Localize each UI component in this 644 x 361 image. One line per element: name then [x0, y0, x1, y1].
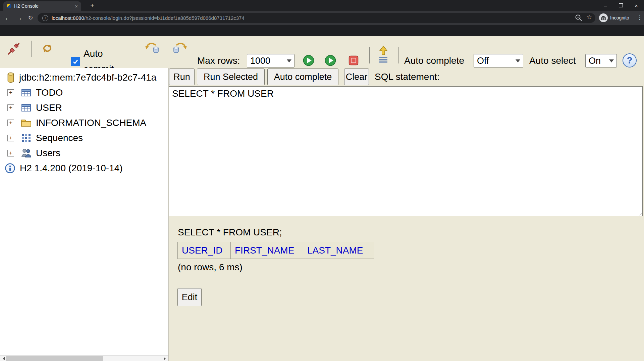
- zoom-icon[interactable]: [575, 14, 582, 21]
- column-header-last-name[interactable]: LAST_NAME: [303, 242, 374, 259]
- chrome-dark-strip: [0, 25, 644, 36]
- table-icon: [21, 102, 32, 113]
- check-icon: [72, 58, 79, 65]
- column-header-user-id[interactable]: USER_ID: [178, 242, 231, 259]
- max-rows-label: Max rows:: [197, 55, 240, 66]
- refresh-icon[interactable]: [41, 42, 54, 55]
- autocomplete-icon[interactable]: [377, 45, 390, 63]
- back-icon[interactable]: ←: [3, 13, 13, 22]
- rollback-icon[interactable]: [172, 41, 187, 55]
- tree-item-users[interactable]: + Users: [0, 145, 168, 161]
- expand-icon[interactable]: +: [7, 120, 14, 126]
- disconnect-icon[interactable]: [7, 42, 19, 55]
- results-table: USER_ID FIRST_NAME LAST_NAME: [177, 242, 374, 259]
- auto-complete-select[interactable]: Off: [474, 54, 523, 67]
- toolbar-separator: [369, 47, 370, 63]
- auto-commit-checkbox[interactable]: [71, 57, 80, 66]
- chevron-down-icon: [609, 59, 614, 65]
- tab-close-icon[interactable]: ×: [75, 4, 78, 9]
- folder-icon: [21, 118, 32, 128]
- reload-icon[interactable]: ↻: [25, 13, 36, 22]
- browser-navbar: ← → ↻ i localhost:8080/h2-console/login.…: [0, 11, 644, 25]
- database-icon: [7, 72, 15, 83]
- auto-complete-label: Auto complete: [404, 55, 464, 66]
- close-button[interactable]: ×: [629, 0, 644, 11]
- url-path: /h2-console/login.do?jsessionid=b11ddef1…: [84, 15, 245, 21]
- run-selected-icon[interactable]: [325, 55, 336, 66]
- tree-item-label: Users: [36, 148, 60, 159]
- address-bar[interactable]: i localhost:8080/h2-console/login.do?jse…: [38, 13, 595, 23]
- results-status-text: (no rows, 6 ms): [178, 262, 243, 273]
- tree-item-label: TODO: [36, 87, 63, 98]
- auto-complete-button[interactable]: Auto complete: [267, 69, 338, 85]
- new-tab-button[interactable]: +: [88, 1, 97, 10]
- forward-icon[interactable]: →: [14, 13, 24, 22]
- url-host: localhost:8080: [52, 15, 84, 21]
- url-text: localhost:8080/h2-console/login.do?jsess…: [52, 15, 245, 21]
- expand-icon[interactable]: +: [7, 135, 14, 141]
- minimize-button[interactable]: –: [598, 0, 613, 11]
- toolbar-separator: [398, 47, 399, 63]
- tree-item-label: USER: [36, 102, 62, 113]
- column-header-first-name[interactable]: FIRST_NAME: [231, 242, 303, 259]
- cancel-icon[interactable]: [348, 55, 359, 65]
- sql-input[interactable]: SELECT * FROM USER: [169, 86, 643, 216]
- run-button[interactable]: Run: [169, 69, 195, 85]
- tree-item-label: INFORMATION_SCHEMA: [36, 118, 146, 128]
- incognito-badge: Incognito: [599, 13, 629, 23]
- browser-menu-icon[interactable]: ⋮: [637, 13, 643, 21]
- help-icon[interactable]: ?: [623, 53, 637, 67]
- expand-icon[interactable]: +: [7, 89, 14, 96]
- browser-titlebar: H2 Console × + – ×: [0, 0, 644, 11]
- auto-select-select[interactable]: On: [585, 54, 617, 67]
- window-controls: – ×: [598, 0, 644, 11]
- sequences-icon: [21, 133, 32, 143]
- sql-statement-label: SQL statement:: [375, 69, 440, 85]
- connection-label: jdbc:h2:mem:7e7dc4bf-b2c7-41a: [19, 72, 156, 83]
- tab-title: H2 Console: [14, 3, 72, 9]
- auto-complete-value: Off: [477, 56, 489, 66]
- incognito-label: Incognito: [610, 15, 629, 20]
- run-icon[interactable]: [303, 55, 314, 66]
- sidebar-horizontal-scrollbar: [0, 355, 168, 361]
- browser-tab[interactable]: H2 Console ×: [3, 1, 81, 11]
- auto-select-value: On: [589, 56, 601, 66]
- scroll-right-icon[interactable]: [163, 356, 168, 361]
- h2-toolbar: Auto commit Max rows: 1000: [0, 36, 644, 68]
- incognito-icon: [599, 13, 608, 22]
- maximize-icon: [619, 3, 623, 7]
- users-icon: [21, 148, 32, 159]
- tree-item-label: Sequences: [36, 133, 83, 143]
- commit-icon[interactable]: [145, 41, 160, 55]
- tree-item-information-schema[interactable]: + INFORMATION_SCHEMA: [0, 115, 168, 130]
- toolbar-separator: [31, 41, 32, 57]
- screen: H2 Console × + – × ← → ↻ i localhost:808…: [0, 0, 644, 361]
- tree-item-sequences[interactable]: + Sequences: [0, 130, 168, 145]
- expand-icon[interactable]: +: [7, 150, 14, 156]
- bookmark-star-icon[interactable]: ☆: [586, 13, 592, 21]
- tree-item-user[interactable]: + USER: [0, 100, 168, 115]
- scrollbar-thumb[interactable]: [6, 356, 103, 361]
- expand-icon[interactable]: +: [7, 104, 14, 111]
- auto-select-label: Auto select: [529, 55, 576, 66]
- h2-favicon: [7, 4, 11, 8]
- version-label: H2 1.4.200 (2019-10-14): [20, 163, 123, 174]
- tree-item-todo[interactable]: + TODO: [0, 85, 168, 100]
- tree-item-version: H2 1.4.200 (2019-10-14): [0, 161, 168, 176]
- executed-query-text: SELECT * FROM USER;: [178, 227, 282, 238]
- tree-item-connection[interactable]: jdbc:h2:mem:7e7dc4bf-b2c7-41a: [0, 70, 168, 85]
- info-icon: [5, 163, 15, 174]
- edit-button[interactable]: Edit: [177, 288, 202, 306]
- page-info-icon[interactable]: i: [42, 15, 48, 21]
- chevron-down-icon: [287, 59, 291, 65]
- clear-button[interactable]: Clear: [344, 69, 369, 85]
- database-tree: jdbc:h2:mem:7e7dc4bf-b2c7-41a + TODO +: [0, 68, 168, 355]
- max-rows-select[interactable]: 1000: [247, 54, 294, 67]
- run-selected-button[interactable]: Run Selected: [197, 69, 265, 85]
- auto-commit-label: Auto commit: [84, 46, 127, 68]
- table-icon: [21, 87, 32, 98]
- maximize-button[interactable]: [613, 0, 629, 11]
- max-rows-value: 1000: [250, 56, 270, 66]
- results-header-row: USER_ID FIRST_NAME LAST_NAME: [178, 242, 374, 259]
- scroll-left-icon[interactable]: [0, 356, 6, 361]
